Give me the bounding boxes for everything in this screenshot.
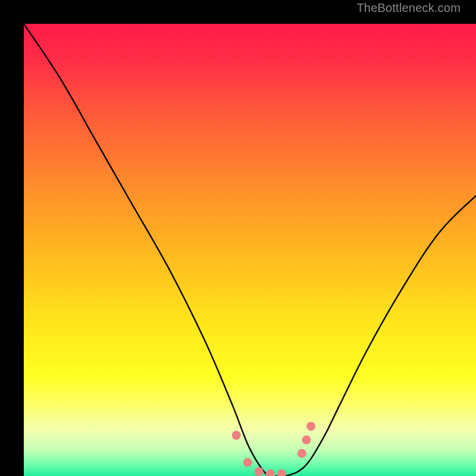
bottleneck-curve-chart xyxy=(24,24,476,476)
marker-point xyxy=(255,467,264,476)
marker-point xyxy=(306,422,315,431)
marker-point xyxy=(232,431,241,440)
background-gradient xyxy=(24,24,476,476)
plot-area xyxy=(24,24,476,476)
watermark-text: TheBottleneck.com xyxy=(356,1,461,15)
marker-point xyxy=(302,436,311,444)
chart-frame xyxy=(0,0,476,476)
marker-point xyxy=(298,449,306,458)
marker-point xyxy=(243,458,252,467)
